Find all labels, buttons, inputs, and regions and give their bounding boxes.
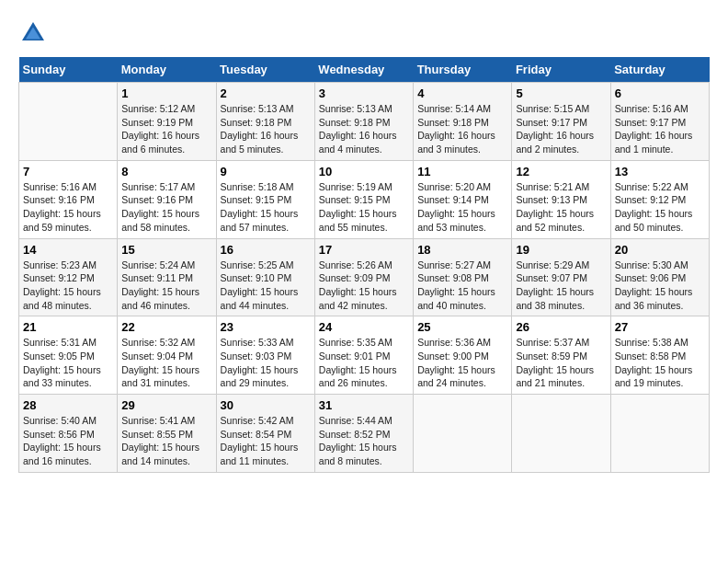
weekday-header-monday: Monday (118, 57, 216, 83)
day-number: 10 (319, 165, 409, 178)
day-number: 22 (121, 320, 211, 334)
day-info: Sunrise: 5:16 AM Sunset: 9:16 PM Dayligh… (23, 180, 113, 235)
day-number: 2 (221, 86, 311, 100)
day-info: Sunrise: 5:29 AM Sunset: 9:07 PM Dayligh… (516, 259, 606, 313)
day-number: 13 (615, 165, 705, 178)
day-number: 8 (121, 165, 211, 178)
calendar-cell: 26Sunrise: 5:37 AM Sunset: 8:59 PM Dayli… (512, 316, 610, 395)
day-number: 12 (516, 165, 606, 178)
weekday-header-thursday: Thursday (414, 57, 512, 83)
day-number: 28 (23, 398, 113, 412)
day-info: Sunrise: 5:37 AM Sunset: 8:59 PM Dayligh… (516, 336, 606, 390)
calendar-week-row: 14Sunrise: 5:23 AM Sunset: 9:12 PM Dayli… (19, 238, 710, 316)
day-info: Sunrise: 5:22 AM Sunset: 9:12 PM Dayligh… (615, 180, 705, 235)
calendar-cell: 31Sunrise: 5:44 AM Sunset: 8:52 PM Dayli… (314, 395, 413, 473)
day-number: 14 (23, 243, 113, 257)
calendar-cell: 22Sunrise: 5:32 AM Sunset: 9:04 PM Dayli… (118, 316, 216, 395)
calendar-cell: 8Sunrise: 5:17 AM Sunset: 9:16 PM Daylig… (118, 160, 216, 238)
calendar-cell: 17Sunrise: 5:26 AM Sunset: 9:09 PM Dayli… (314, 238, 413, 316)
day-info: Sunrise: 5:12 AM Sunset: 9:19 PM Dayligh… (121, 102, 211, 156)
day-info: Sunrise: 5:24 AM Sunset: 9:11 PM Dayligh… (121, 259, 211, 313)
calendar-cell: 19Sunrise: 5:29 AM Sunset: 9:07 PM Dayli… (512, 238, 610, 316)
day-info: Sunrise: 5:32 AM Sunset: 9:04 PM Dayligh… (121, 336, 211, 390)
calendar-cell: 24Sunrise: 5:35 AM Sunset: 9:01 PM Dayli… (314, 316, 413, 395)
calendar-cell (414, 395, 512, 473)
calendar-cell (610, 395, 709, 473)
day-number: 31 (319, 398, 409, 412)
day-info: Sunrise: 5:14 AM Sunset: 9:18 PM Dayligh… (417, 102, 507, 156)
day-number: 30 (221, 398, 311, 412)
day-info: Sunrise: 5:13 AM Sunset: 9:18 PM Dayligh… (221, 102, 311, 156)
day-number: 26 (516, 320, 606, 334)
day-info: Sunrise: 5:21 AM Sunset: 9:13 PM Dayligh… (516, 180, 606, 235)
weekday-header-sunday: Sunday (19, 57, 118, 83)
calendar-cell: 28Sunrise: 5:40 AM Sunset: 8:56 PM Dayli… (19, 395, 118, 473)
day-number: 15 (121, 243, 211, 257)
day-info: Sunrise: 5:18 AM Sunset: 9:15 PM Dayligh… (221, 180, 311, 235)
day-info: Sunrise: 5:17 AM Sunset: 9:16 PM Dayligh… (121, 180, 211, 235)
day-info: Sunrise: 5:31 AM Sunset: 9:05 PM Dayligh… (23, 336, 113, 390)
weekday-header-friday: Friday (512, 57, 610, 83)
day-number: 23 (221, 320, 311, 334)
calendar-cell: 2Sunrise: 5:13 AM Sunset: 9:18 PM Daylig… (216, 83, 314, 161)
calendar-cell: 12Sunrise: 5:21 AM Sunset: 9:13 PM Dayli… (512, 160, 610, 238)
calendar-cell: 10Sunrise: 5:19 AM Sunset: 9:15 PM Dayli… (314, 160, 413, 238)
day-info: Sunrise: 5:25 AM Sunset: 9:10 PM Dayligh… (221, 259, 311, 313)
logo (18, 18, 51, 48)
day-info: Sunrise: 5:36 AM Sunset: 9:00 PM Dayligh… (417, 336, 507, 390)
calendar-cell: 4Sunrise: 5:14 AM Sunset: 9:18 PM Daylig… (414, 83, 512, 161)
day-number: 11 (417, 165, 507, 178)
weekday-header-saturday: Saturday (610, 57, 709, 83)
calendar-cell (512, 395, 610, 473)
calendar-cell: 20Sunrise: 5:30 AM Sunset: 9:06 PM Dayli… (610, 238, 709, 316)
day-info: Sunrise: 5:44 AM Sunset: 8:52 PM Dayligh… (319, 414, 409, 468)
calendar-cell: 15Sunrise: 5:24 AM Sunset: 9:11 PM Dayli… (118, 238, 216, 316)
day-info: Sunrise: 5:27 AM Sunset: 9:08 PM Dayligh… (417, 259, 507, 313)
day-number: 27 (615, 320, 705, 334)
calendar-cell: 23Sunrise: 5:33 AM Sunset: 9:03 PM Dayli… (216, 316, 314, 395)
calendar-cell: 14Sunrise: 5:23 AM Sunset: 9:12 PM Dayli… (19, 238, 118, 316)
day-info: Sunrise: 5:42 AM Sunset: 8:54 PM Dayligh… (221, 414, 311, 468)
day-number: 16 (221, 243, 311, 257)
day-info: Sunrise: 5:16 AM Sunset: 9:17 PM Dayligh… (615, 102, 705, 156)
calendar-cell: 13Sunrise: 5:22 AM Sunset: 9:12 PM Dayli… (610, 160, 709, 238)
calendar-cell: 30Sunrise: 5:42 AM Sunset: 8:54 PM Dayli… (216, 395, 314, 473)
day-info: Sunrise: 5:23 AM Sunset: 9:12 PM Dayligh… (23, 259, 113, 313)
calendar-cell: 21Sunrise: 5:31 AM Sunset: 9:05 PM Dayli… (19, 316, 118, 395)
calendar-table: SundayMondayTuesdayWednesdayThursdayFrid… (18, 57, 710, 473)
day-number: 18 (417, 243, 507, 257)
calendar-cell: 5Sunrise: 5:15 AM Sunset: 9:17 PM Daylig… (512, 83, 610, 161)
calendar-cell: 16Sunrise: 5:25 AM Sunset: 9:10 PM Dayli… (216, 238, 314, 316)
day-number: 5 (516, 86, 606, 100)
day-number: 4 (417, 86, 507, 100)
day-info: Sunrise: 5:30 AM Sunset: 9:06 PM Dayligh… (615, 259, 705, 313)
weekday-header-row: SundayMondayTuesdayWednesdayThursdayFrid… (19, 57, 710, 83)
day-number: 21 (23, 320, 113, 334)
calendar-cell: 6Sunrise: 5:16 AM Sunset: 9:17 PM Daylig… (610, 83, 709, 161)
day-info: Sunrise: 5:13 AM Sunset: 9:18 PM Dayligh… (319, 102, 409, 156)
day-number: 29 (121, 398, 211, 412)
calendar-cell: 25Sunrise: 5:36 AM Sunset: 9:00 PM Dayli… (414, 316, 512, 395)
day-number: 20 (615, 243, 705, 257)
day-number: 7 (23, 165, 113, 178)
day-info: Sunrise: 5:40 AM Sunset: 8:56 PM Dayligh… (23, 414, 113, 468)
weekday-header-wednesday: Wednesday (314, 57, 413, 83)
calendar-cell: 11Sunrise: 5:20 AM Sunset: 9:14 PM Dayli… (414, 160, 512, 238)
day-info: Sunrise: 5:35 AM Sunset: 9:01 PM Dayligh… (319, 336, 409, 390)
day-info: Sunrise: 5:26 AM Sunset: 9:09 PM Dayligh… (319, 259, 409, 313)
day-info: Sunrise: 5:20 AM Sunset: 9:14 PM Dayligh… (417, 180, 507, 235)
logo-icon (18, 18, 48, 48)
calendar-week-row: 1Sunrise: 5:12 AM Sunset: 9:19 PM Daylig… (19, 83, 710, 161)
calendar-cell: 29Sunrise: 5:41 AM Sunset: 8:55 PM Dayli… (118, 395, 216, 473)
calendar-cell: 18Sunrise: 5:27 AM Sunset: 9:08 PM Dayli… (414, 238, 512, 316)
calendar-week-row: 21Sunrise: 5:31 AM Sunset: 9:05 PM Dayli… (19, 316, 710, 395)
day-number: 9 (221, 165, 311, 178)
day-info: Sunrise: 5:41 AM Sunset: 8:55 PM Dayligh… (121, 414, 211, 468)
weekday-header-tuesday: Tuesday (216, 57, 314, 83)
calendar-week-row: 7Sunrise: 5:16 AM Sunset: 9:16 PM Daylig… (19, 160, 710, 238)
calendar-cell: 3Sunrise: 5:13 AM Sunset: 9:18 PM Daylig… (314, 83, 413, 161)
day-info: Sunrise: 5:38 AM Sunset: 8:58 PM Dayligh… (615, 336, 705, 390)
day-number: 6 (615, 86, 705, 100)
day-info: Sunrise: 5:33 AM Sunset: 9:03 PM Dayligh… (221, 336, 311, 390)
page-header (18, 18, 710, 48)
